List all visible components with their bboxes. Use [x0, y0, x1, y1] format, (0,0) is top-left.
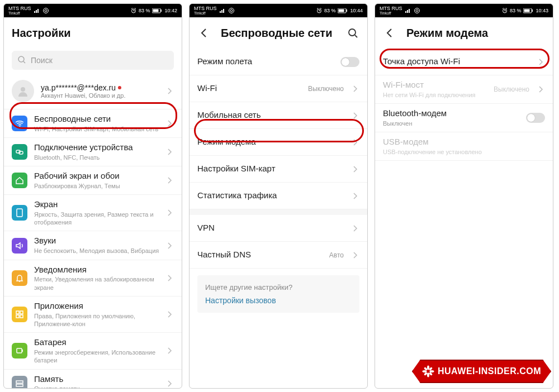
chevron-right-icon [166, 209, 174, 217]
row-title: Подключение устройства [34, 142, 159, 153]
row-title: Bluetooth-модем [383, 108, 519, 119]
svg-point-0 [45, 9, 47, 12]
settings-row[interactable]: ЗвукиНе беспокоить, Мелодия вызова, Вибр… [4, 231, 182, 260]
row-title: Беспроводные сети [34, 114, 159, 125]
row-title: Звуки [34, 236, 159, 246]
row-title: Wi-Fi [197, 83, 301, 94]
chevron-right-icon [352, 85, 359, 93]
apps-icon [12, 307, 27, 322]
svg-point-38 [429, 367, 433, 371]
search-placeholder: Поиск [31, 56, 53, 65]
svg-rect-15 [20, 315, 23, 318]
toggle[interactable] [526, 113, 545, 123]
notification-dot-icon [118, 86, 121, 89]
titlebar: Беспроводные сети [190, 17, 367, 49]
settings-row[interactable]: Частный DNSАвто [190, 242, 367, 269]
row-value: Выключено [494, 85, 529, 93]
row-title: Рабочий экран и обои [34, 171, 159, 181]
svg-point-20 [230, 9, 233, 12]
row-title: Режим полета [197, 56, 334, 67]
settings-row[interactable]: Режим полета [190, 49, 367, 75]
nfc-icon [228, 7, 235, 14]
carrier-label: MTS RUS [194, 6, 217, 11]
carrier-label: MTS RUS [380, 6, 402, 11]
battery-text: 83 % [510, 8, 522, 13]
chevron-right-icon [537, 58, 545, 66]
account-sub: Аккаунт Huawei, Облако и др. [41, 92, 159, 99]
display-icon [12, 205, 27, 221]
chevron-right-icon [166, 242, 174, 250]
settings-row[interactable]: ПамятьОчистка памяти [4, 370, 182, 388]
account-row[interactable]: ya.p*******@***dex.ru Аккаунт Huawei, Об… [4, 75, 182, 109]
sim-icon [34, 8, 40, 13]
settings-row[interactable]: БатареяРежим энергосбережения, Использов… [4, 333, 182, 369]
sim-icon [219, 8, 226, 13]
settings-row[interactable]: Беспроводные сетиWi-Fi, Настройки SIM-ка… [4, 109, 182, 138]
footer-question: Ищете другие настройки? [205, 283, 352, 291]
alarm-icon [502, 8, 508, 13]
back-button[interactable] [383, 26, 396, 40]
settings-row[interactable]: VPN [190, 215, 367, 242]
chevron-right-icon [352, 138, 359, 146]
settings-row[interactable]: УведомленияМетки, Уведомления на заблоки… [4, 260, 182, 297]
settings-row[interactable]: Режим модема [190, 129, 367, 156]
chevron-right-icon [352, 192, 359, 200]
statusbar: MTS RUS Tinkoff 83 % [4, 4, 182, 17]
row-title: Мобильная сеть [197, 110, 345, 121]
battery-text: 83 % [139, 8, 150, 13]
row-title: Режим модема [197, 137, 345, 147]
row-sub: Метки, Уведомления на заблокированном эк… [34, 275, 159, 291]
row-sub: Wi-Fi, Настройки SIM-карт, Мобильная сет… [34, 125, 159, 133]
settings-row: Wi-Fi-мостНет сети Wi-Fi для подключения… [375, 75, 553, 104]
row-value: Авто [329, 251, 344, 259]
row-title: Уведомления [34, 265, 159, 275]
watermark-text: HUAWEI-INSIDER.COM [438, 366, 541, 376]
alarm-icon [316, 8, 322, 13]
search-button[interactable] [346, 26, 359, 40]
settings-row[interactable]: Wi-FiВыключено [190, 75, 367, 102]
footer-card: Ищете другие настройки? Настройки вызово… [197, 275, 359, 313]
titlebar: Режим модема [375, 17, 553, 49]
row-sub: Нет сети Wi-Fi для подключения [383, 91, 487, 99]
chevron-right-icon [166, 119, 174, 127]
settings-row[interactable]: ЭкранЯркость, Защита зрения, Размер текс… [4, 195, 182, 231]
footer-link[interactable]: Настройки вызовов [205, 296, 352, 305]
svg-rect-16 [17, 348, 22, 353]
chevron-right-icon [166, 380, 174, 388]
svg-point-39 [424, 372, 428, 376]
search-input[interactable]: Поиск [12, 51, 174, 70]
settings-row[interactable]: ПриложенияПрава, Приложения по умолчанию… [4, 297, 182, 333]
svg-rect-4 [153, 9, 159, 12]
statusbar: MTS RUS Tinkoff 83 % 10:44 [190, 4, 367, 17]
avatar [12, 80, 34, 102]
row-sub: Разблокировка Журнал, Темы [34, 182, 159, 190]
settings-row[interactable]: Bluetooth-модемВыключен [375, 104, 553, 132]
svg-rect-31 [524, 9, 530, 12]
page-title: Беспроводные сети [221, 27, 336, 40]
storage-icon [12, 376, 27, 388]
svg-point-36 [429, 370, 434, 372]
link-icon [12, 144, 27, 160]
battery-icon [523, 8, 533, 13]
settings-row[interactable]: Мобильная сеть [190, 102, 367, 129]
settings-row[interactable]: Подключение устройстваBluetooth, NFC, Пе… [4, 138, 182, 166]
settings-row[interactable]: Рабочий экран и обоиРазблокировка Журнал… [4, 166, 182, 195]
svg-point-35 [422, 370, 427, 372]
toggle[interactable] [340, 57, 359, 67]
statusbar: MTS RUS Tinkoff 83 % 10:43 [375, 4, 553, 17]
row-title: Экран [34, 199, 159, 210]
settings-row[interactable]: Статистика трафика [190, 183, 367, 209]
nfc-icon [42, 7, 49, 14]
svg-rect-24 [339, 9, 344, 12]
phone-wireless: MTS RUS Tinkoff 83 % 10:44 Беспров [189, 3, 368, 389]
settings-row[interactable]: Настройки SIM-карт [190, 156, 367, 183]
sim-icon [405, 8, 411, 13]
svg-point-7 [21, 87, 25, 92]
svg-point-1 [43, 8, 48, 13]
row-title: Точка доступа Wi-Fi [383, 56, 530, 67]
watermark: HUAWEI-INSIDER.COM [412, 360, 551, 383]
svg-rect-11 [17, 209, 22, 217]
row-sub: Не беспокоить, Мелодия вызова, Вибрация [34, 247, 159, 255]
settings-row[interactable]: Точка доступа Wi-Fi [375, 49, 553, 75]
back-button[interactable] [197, 26, 211, 40]
